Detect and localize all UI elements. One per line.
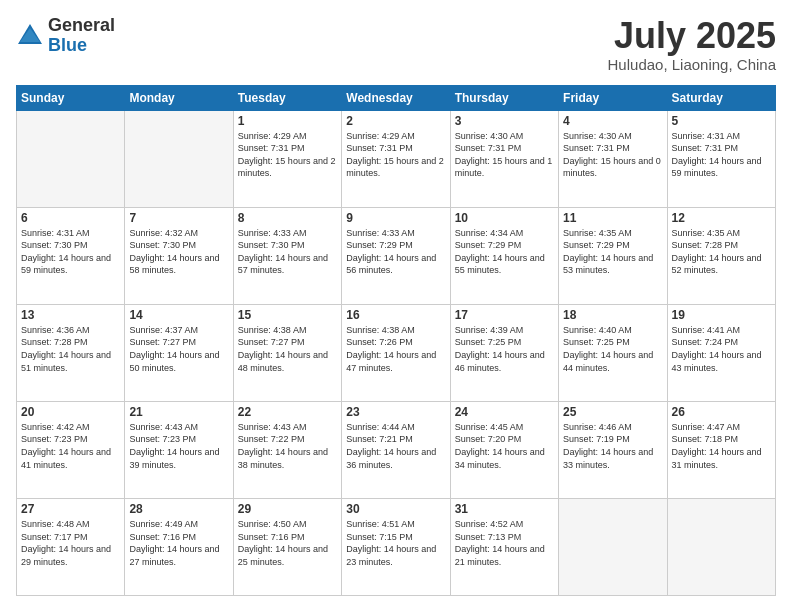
calendar-week-row: 20Sunrise: 4:42 AMSunset: 7:23 PMDayligh…	[17, 401, 776, 498]
calendar-cell: 7Sunrise: 4:32 AMSunset: 7:30 PMDaylight…	[125, 207, 233, 304]
calendar-week-row: 1Sunrise: 4:29 AMSunset: 7:31 PMDaylight…	[17, 110, 776, 207]
weekday-header: Sunday	[17, 85, 125, 110]
day-number: 21	[129, 405, 228, 419]
day-number: 7	[129, 211, 228, 225]
logo-icon	[16, 22, 44, 50]
day-number: 17	[455, 308, 554, 322]
month-title: July 2025	[608, 16, 776, 56]
day-number: 19	[672, 308, 771, 322]
calendar-cell	[559, 498, 667, 595]
day-number: 14	[129, 308, 228, 322]
cell-details: Sunrise: 4:42 AMSunset: 7:23 PMDaylight:…	[21, 421, 120, 471]
calendar-cell: 3Sunrise: 4:30 AMSunset: 7:31 PMDaylight…	[450, 110, 558, 207]
day-number: 27	[21, 502, 120, 516]
day-number: 23	[346, 405, 445, 419]
cell-details: Sunrise: 4:36 AMSunset: 7:28 PMDaylight:…	[21, 324, 120, 374]
calendar-cell: 30Sunrise: 4:51 AMSunset: 7:15 PMDayligh…	[342, 498, 450, 595]
cell-details: Sunrise: 4:43 AMSunset: 7:23 PMDaylight:…	[129, 421, 228, 471]
cell-details: Sunrise: 4:37 AMSunset: 7:27 PMDaylight:…	[129, 324, 228, 374]
calendar-cell: 31Sunrise: 4:52 AMSunset: 7:13 PMDayligh…	[450, 498, 558, 595]
weekday-header: Wednesday	[342, 85, 450, 110]
weekday-header: Friday	[559, 85, 667, 110]
day-number: 24	[455, 405, 554, 419]
day-number: 6	[21, 211, 120, 225]
calendar-cell	[125, 110, 233, 207]
day-number: 28	[129, 502, 228, 516]
day-number: 11	[563, 211, 662, 225]
day-number: 10	[455, 211, 554, 225]
calendar-week-row: 6Sunrise: 4:31 AMSunset: 7:30 PMDaylight…	[17, 207, 776, 304]
weekday-header-row: SundayMondayTuesdayWednesdayThursdayFrid…	[17, 85, 776, 110]
calendar-cell	[17, 110, 125, 207]
calendar-cell: 12Sunrise: 4:35 AMSunset: 7:28 PMDayligh…	[667, 207, 775, 304]
day-number: 26	[672, 405, 771, 419]
calendar-cell: 18Sunrise: 4:40 AMSunset: 7:25 PMDayligh…	[559, 304, 667, 401]
cell-details: Sunrise: 4:47 AMSunset: 7:18 PMDaylight:…	[672, 421, 771, 471]
cell-details: Sunrise: 4:35 AMSunset: 7:29 PMDaylight:…	[563, 227, 662, 277]
calendar-table: SundayMondayTuesdayWednesdayThursdayFrid…	[16, 85, 776, 596]
day-number: 25	[563, 405, 662, 419]
cell-details: Sunrise: 4:39 AMSunset: 7:25 PMDaylight:…	[455, 324, 554, 374]
day-number: 1	[238, 114, 337, 128]
calendar-cell: 27Sunrise: 4:48 AMSunset: 7:17 PMDayligh…	[17, 498, 125, 595]
cell-details: Sunrise: 4:52 AMSunset: 7:13 PMDaylight:…	[455, 518, 554, 568]
calendar-cell: 22Sunrise: 4:43 AMSunset: 7:22 PMDayligh…	[233, 401, 341, 498]
cell-details: Sunrise: 4:44 AMSunset: 7:21 PMDaylight:…	[346, 421, 445, 471]
calendar-week-row: 13Sunrise: 4:36 AMSunset: 7:28 PMDayligh…	[17, 304, 776, 401]
calendar-cell: 15Sunrise: 4:38 AMSunset: 7:27 PMDayligh…	[233, 304, 341, 401]
cell-details: Sunrise: 4:41 AMSunset: 7:24 PMDaylight:…	[672, 324, 771, 374]
calendar-page: General Blue July 2025 Huludao, Liaoning…	[0, 0, 792, 612]
weekday-header: Tuesday	[233, 85, 341, 110]
cell-details: Sunrise: 4:48 AMSunset: 7:17 PMDaylight:…	[21, 518, 120, 568]
day-number: 9	[346, 211, 445, 225]
title-block: July 2025 Huludao, Liaoning, China	[608, 16, 776, 73]
day-number: 5	[672, 114, 771, 128]
weekday-header: Saturday	[667, 85, 775, 110]
calendar-cell: 2Sunrise: 4:29 AMSunset: 7:31 PMDaylight…	[342, 110, 450, 207]
calendar-cell: 5Sunrise: 4:31 AMSunset: 7:31 PMDaylight…	[667, 110, 775, 207]
cell-details: Sunrise: 4:49 AMSunset: 7:16 PMDaylight:…	[129, 518, 228, 568]
day-number: 30	[346, 502, 445, 516]
calendar-week-row: 27Sunrise: 4:48 AMSunset: 7:17 PMDayligh…	[17, 498, 776, 595]
cell-details: Sunrise: 4:32 AMSunset: 7:30 PMDaylight:…	[129, 227, 228, 277]
calendar-cell: 13Sunrise: 4:36 AMSunset: 7:28 PMDayligh…	[17, 304, 125, 401]
calendar-cell: 26Sunrise: 4:47 AMSunset: 7:18 PMDayligh…	[667, 401, 775, 498]
calendar-cell: 16Sunrise: 4:38 AMSunset: 7:26 PMDayligh…	[342, 304, 450, 401]
logo-general: General	[48, 16, 115, 36]
cell-details: Sunrise: 4:33 AMSunset: 7:30 PMDaylight:…	[238, 227, 337, 277]
day-number: 18	[563, 308, 662, 322]
calendar-cell: 28Sunrise: 4:49 AMSunset: 7:16 PMDayligh…	[125, 498, 233, 595]
cell-details: Sunrise: 4:46 AMSunset: 7:19 PMDaylight:…	[563, 421, 662, 471]
calendar-cell: 9Sunrise: 4:33 AMSunset: 7:29 PMDaylight…	[342, 207, 450, 304]
calendar-cell: 17Sunrise: 4:39 AMSunset: 7:25 PMDayligh…	[450, 304, 558, 401]
cell-details: Sunrise: 4:38 AMSunset: 7:26 PMDaylight:…	[346, 324, 445, 374]
weekday-header: Monday	[125, 85, 233, 110]
cell-details: Sunrise: 4:33 AMSunset: 7:29 PMDaylight:…	[346, 227, 445, 277]
day-number: 8	[238, 211, 337, 225]
logo-text: General Blue	[48, 16, 115, 56]
calendar-cell: 21Sunrise: 4:43 AMSunset: 7:23 PMDayligh…	[125, 401, 233, 498]
calendar-cell: 24Sunrise: 4:45 AMSunset: 7:20 PMDayligh…	[450, 401, 558, 498]
cell-details: Sunrise: 4:30 AMSunset: 7:31 PMDaylight:…	[563, 130, 662, 180]
logo: General Blue	[16, 16, 115, 56]
header: General Blue July 2025 Huludao, Liaoning…	[16, 16, 776, 73]
weekday-header: Thursday	[450, 85, 558, 110]
calendar-cell: 14Sunrise: 4:37 AMSunset: 7:27 PMDayligh…	[125, 304, 233, 401]
cell-details: Sunrise: 4:35 AMSunset: 7:28 PMDaylight:…	[672, 227, 771, 277]
calendar-cell: 25Sunrise: 4:46 AMSunset: 7:19 PMDayligh…	[559, 401, 667, 498]
cell-details: Sunrise: 4:34 AMSunset: 7:29 PMDaylight:…	[455, 227, 554, 277]
cell-details: Sunrise: 4:50 AMSunset: 7:16 PMDaylight:…	[238, 518, 337, 568]
calendar-cell: 11Sunrise: 4:35 AMSunset: 7:29 PMDayligh…	[559, 207, 667, 304]
cell-details: Sunrise: 4:38 AMSunset: 7:27 PMDaylight:…	[238, 324, 337, 374]
calendar-cell: 23Sunrise: 4:44 AMSunset: 7:21 PMDayligh…	[342, 401, 450, 498]
location: Huludao, Liaoning, China	[608, 56, 776, 73]
cell-details: Sunrise: 4:31 AMSunset: 7:31 PMDaylight:…	[672, 130, 771, 180]
day-number: 15	[238, 308, 337, 322]
day-number: 13	[21, 308, 120, 322]
day-number: 31	[455, 502, 554, 516]
calendar-cell: 10Sunrise: 4:34 AMSunset: 7:29 PMDayligh…	[450, 207, 558, 304]
cell-details: Sunrise: 4:43 AMSunset: 7:22 PMDaylight:…	[238, 421, 337, 471]
calendar-cell: 20Sunrise: 4:42 AMSunset: 7:23 PMDayligh…	[17, 401, 125, 498]
day-number: 3	[455, 114, 554, 128]
calendar-cell: 1Sunrise: 4:29 AMSunset: 7:31 PMDaylight…	[233, 110, 341, 207]
